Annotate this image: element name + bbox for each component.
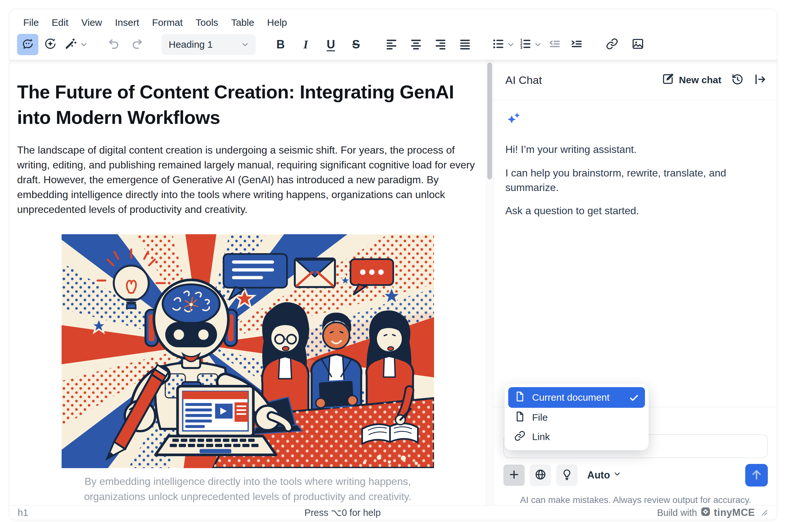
menu-insert[interactable]: Insert: [110, 15, 145, 31]
scrollbar-thumb[interactable]: [487, 63, 492, 179]
editor-window: File Edit View Insert Format Tools Table…: [9, 9, 777, 520]
chat-greeting-2: I can help you brainstorm, rewrite, tran…: [505, 166, 765, 195]
strikethrough-button[interactable]: S: [346, 34, 367, 55]
ai-shortcuts-button[interactable]: [62, 34, 79, 55]
justify-icon: [459, 37, 472, 52]
numbered-list-button[interactable]: 123: [517, 34, 534, 55]
file-icon: [514, 411, 526, 425]
resize-handle-icon[interactable]: [758, 506, 768, 519]
align-right-button[interactable]: [430, 34, 451, 55]
bullet-list-icon: [492, 37, 505, 52]
menu-tools[interactable]: Tools: [190, 15, 224, 31]
document-illustration: [62, 234, 434, 468]
suggestions-button[interactable]: [556, 465, 578, 486]
underline-icon: U: [321, 38, 340, 51]
toolbar: Heading 1 B I U S 123: [9, 31, 777, 60]
add-context-button[interactable]: [503, 465, 525, 486]
close-sidebar-button[interactable]: [754, 73, 767, 87]
checkmark-icon: [628, 392, 639, 403]
link-icon: [606, 37, 619, 52]
ai-chat-button[interactable]: [17, 34, 38, 55]
document-icon: [514, 391, 526, 405]
branding[interactable]: Build with tinyMCE: [657, 506, 768, 519]
bullet-list-button[interactable]: [490, 34, 507, 55]
document-image[interactable]: By embedding intelligence directly into …: [62, 234, 434, 504]
editor-scrollbar[interactable]: [486, 60, 494, 505]
insert-link-button[interactable]: [601, 34, 623, 55]
align-center-button[interactable]: [405, 34, 426, 55]
new-chat-icon: [661, 73, 674, 88]
chat-greeting-1: Hi! I’m your writing assistant.: [505, 142, 765, 157]
underline-button[interactable]: U: [320, 34, 341, 55]
menu-help[interactable]: Help: [262, 15, 292, 31]
globe-icon: [534, 468, 547, 482]
align-center-icon: [410, 37, 422, 52]
lightbulb-icon: [561, 468, 573, 482]
chat-messages: Hi! I’m your writing assistant. I can he…: [494, 100, 777, 407]
bold-button[interactable]: B: [270, 34, 291, 55]
indent-button[interactable]: [566, 34, 587, 55]
outdent-icon: [548, 37, 561, 52]
chat-header: AI Chat New chat: [494, 60, 777, 100]
undo-button[interactable]: [104, 34, 125, 55]
chevron-down-icon[interactable]: [506, 40, 516, 49]
ai-shine-button[interactable]: [40, 34, 61, 55]
italic-icon: I: [296, 38, 315, 51]
numbered-list-icon: 123: [519, 37, 532, 52]
branding-prefix: Build with: [657, 507, 697, 518]
italic-button[interactable]: I: [295, 34, 316, 55]
image-icon: [631, 37, 644, 52]
menubar: File Edit View Insert Format Tools Table…: [9, 9, 777, 31]
chat-history-button[interactable]: [731, 73, 744, 87]
menu-edit[interactable]: Edit: [46, 15, 74, 31]
menu-format[interactable]: Format: [147, 15, 188, 31]
context-menu-item-link[interactable]: Link: [508, 427, 645, 446]
send-arrow-icon: [750, 468, 763, 483]
tinymce-logo-icon: [701, 506, 711, 519]
menu-table[interactable]: Table: [226, 15, 260, 31]
document-paragraph[interactable]: The landscape of digital content creatio…: [17, 143, 478, 217]
context-menu-item-current-document[interactable]: Current document: [508, 387, 645, 408]
content-area: The Future of Content Creation: Integrat…: [9, 60, 777, 505]
context-menu: Current document File Link: [504, 383, 649, 450]
ai-chat-panel: AI Chat New chat Hi! I’m your writing as…: [494, 60, 777, 505]
new-chat-label: New chat: [679, 75, 722, 85]
web-search-button[interactable]: [530, 465, 551, 486]
chevron-down-icon[interactable]: [533, 40, 543, 49]
outdent-button[interactable]: [544, 34, 565, 55]
justify-button[interactable]: [454, 34, 476, 55]
insert-image-button[interactable]: [627, 34, 648, 55]
block-format-value: Heading 1: [169, 39, 213, 50]
branding-name: tinyMCE: [714, 507, 755, 519]
chevron-down-icon[interactable]: [79, 40, 89, 49]
magic-wand-icon: [64, 37, 77, 52]
ai-disclaimer: AI can make mistakes. Always review outp…: [503, 495, 768, 505]
redo-button[interactable]: [126, 34, 147, 55]
link-icon: [514, 430, 526, 444]
indent-icon: [570, 37, 583, 52]
menu-file[interactable]: File: [18, 15, 44, 31]
undo-icon: [108, 37, 121, 52]
menu-view[interactable]: View: [76, 15, 107, 31]
image-caption: By embedding intelligence directly into …: [62, 474, 434, 504]
help-hint: Press ⌥0 for help: [28, 507, 657, 518]
context-menu-item-label: Link: [532, 431, 550, 442]
align-left-icon: [385, 37, 398, 52]
align-right-icon: [434, 37, 447, 52]
document-editor[interactable]: The Future of Content Creation: Integrat…: [9, 60, 486, 505]
align-left-button[interactable]: [381, 34, 402, 55]
new-chat-button[interactable]: New chat: [661, 73, 722, 88]
document-title[interactable]: The Future of Content Creation: Integrat…: [17, 79, 478, 130]
strikethrough-icon: S: [347, 38, 366, 51]
model-selector[interactable]: Auto: [587, 469, 622, 481]
ai-shine-icon: [44, 37, 57, 52]
svg-text:3: 3: [520, 45, 522, 50]
context-menu-item-label: File: [532, 412, 547, 423]
element-path[interactable]: h1: [18, 507, 28, 518]
sparkles-icon: [505, 123, 521, 128]
context-menu-item-file[interactable]: File: [508, 408, 645, 427]
chat-greeting-3: Ask a question to get started.: [505, 204, 765, 218]
send-button[interactable]: [745, 464, 768, 486]
block-format-select[interactable]: Heading 1: [162, 34, 256, 55]
model-selector-value: Auto: [587, 469, 610, 481]
